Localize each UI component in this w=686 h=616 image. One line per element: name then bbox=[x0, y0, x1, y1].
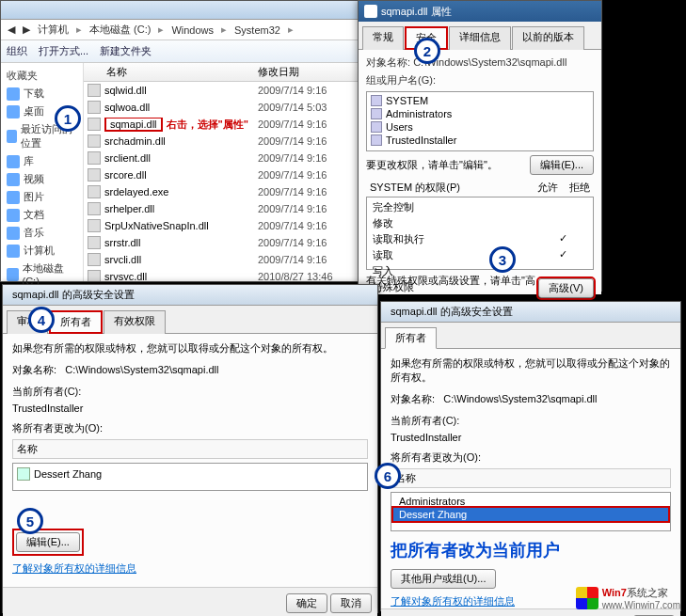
file-row[interactable]: srcore.dll2009/7/14 9:16 bbox=[84, 166, 361, 183]
nav-back-icon[interactable]: ◀ bbox=[5, 24, 18, 36]
file-list[interactable]: 名称 修改日期 sqlwid.dll2009/7/14 9:16sqlwoa.d… bbox=[84, 63, 361, 281]
group-icon bbox=[371, 134, 382, 146]
tab-owner[interactable]: 所有者 bbox=[49, 310, 103, 334]
dll-icon bbox=[88, 151, 101, 165]
owner-list[interactable]: Administrators Dessert Zhang bbox=[391, 492, 671, 531]
step-marker-2: 2 bbox=[414, 38, 440, 64]
permission-row[interactable]: 修改 bbox=[369, 215, 591, 231]
group-icon bbox=[371, 95, 382, 106]
owner-hint: 如果您有所需的权限或特权，您就可以取得或分配这个对象的所有权。 bbox=[12, 341, 368, 355]
explorer-titlebar[interactable] bbox=[1, 1, 361, 20]
file-list-header[interactable]: 名称 修改日期 bbox=[84, 63, 361, 82]
allow-label: 允许 bbox=[537, 182, 558, 193]
file-row[interactable]: srchadmin.dll2009/7/14 9:16 bbox=[84, 133, 361, 150]
folder-icon bbox=[7, 130, 17, 143]
dll-icon bbox=[88, 185, 101, 198]
current-owner-label: 当前所有者(C): bbox=[391, 414, 671, 428]
file-row[interactable]: sqlwoa.dll2009/7/14 5:03 bbox=[84, 99, 361, 116]
sidebar-item[interactable]: 库 bbox=[3, 152, 81, 170]
dll-icon bbox=[88, 219, 101, 232]
folder-icon bbox=[7, 227, 20, 240]
ok-button[interactable]: 确定 bbox=[286, 593, 327, 613]
file-row[interactable]: SrpUxNativeSnapIn.dll2009/7/14 9:16 bbox=[84, 217, 361, 234]
window-title: sqmapi.dll 属性 bbox=[381, 5, 452, 19]
step-marker-6: 6 bbox=[375, 463, 401, 489]
current-owner-label: 当前所有者(C): bbox=[12, 385, 368, 399]
col-name[interactable]: 名称 bbox=[84, 65, 258, 79]
owner-list[interactable]: Dessert Zhang bbox=[12, 463, 368, 491]
tab-general[interactable]: 常规 bbox=[362, 26, 404, 50]
new-folder-button[interactable]: 新建文件夹 bbox=[100, 44, 152, 58]
sidebar-item[interactable]: 计算机 bbox=[3, 242, 81, 260]
file-row[interactable]: sqmapi.dll右击，选择"属性"2009/7/14 9:16 bbox=[84, 116, 361, 133]
nav-fwd-icon[interactable]: ▶ bbox=[20, 24, 33, 36]
other-users-button[interactable]: 其他用户或组(U)... bbox=[391, 569, 496, 589]
learn-more-link[interactable]: 了解对象所有权的详细信息 bbox=[391, 595, 515, 607]
file-row[interactable]: sqlwid.dll2009/7/14 9:16 bbox=[84, 82, 361, 99]
name-column-header: 名称 bbox=[391, 468, 671, 488]
file-row[interactable]: srvcli.dll2009/7/14 9:16 bbox=[84, 251, 361, 268]
owner-item[interactable]: Dessert Zhang bbox=[15, 466, 365, 482]
advanced-button[interactable]: 高级(V) bbox=[538, 278, 594, 298]
tab-details[interactable]: 详细信息 bbox=[449, 26, 511, 50]
file-row[interactable]: srhelper.dll2009/7/14 9:16 bbox=[84, 200, 361, 217]
current-owner-value: TrustedInstaller bbox=[391, 432, 671, 443]
sidebar-item[interactable]: 音乐 bbox=[3, 224, 81, 242]
folder-icon bbox=[7, 173, 20, 186]
step-marker-3: 3 bbox=[489, 246, 516, 273]
object-name-label: 对象名称: bbox=[366, 56, 410, 68]
change-owner-label: 将所有者更改为(O): bbox=[391, 450, 671, 465]
perm-label: SYSTEM 的权限(P) bbox=[370, 181, 460, 195]
crumb[interactable]: 本地磁盘 (C:) bbox=[87, 23, 153, 37]
dll-icon bbox=[88, 236, 101, 249]
sidebar-item[interactable]: 文档 bbox=[3, 206, 81, 224]
learn-more-link[interactable]: 了解对象所有权的详细信息 bbox=[12, 562, 136, 574]
organize-menu[interactable]: 组织 bbox=[7, 44, 27, 58]
adv2-titlebar[interactable]: sqmapi.dll 的高级安全设置 bbox=[381, 302, 680, 323]
properties-titlebar[interactable]: sqmapi.dll 属性 bbox=[359, 1, 601, 22]
col-date[interactable]: 修改日期 bbox=[258, 65, 361, 79]
crumb[interactable]: 计算机 bbox=[35, 23, 72, 37]
crumb[interactable]: Windows bbox=[168, 24, 216, 36]
sidebar-item[interactable]: 图片 bbox=[3, 188, 81, 206]
tab-owner[interactable]: 所有者 bbox=[385, 327, 437, 349]
owner-item-user[interactable]: Dessert Zhang bbox=[393, 508, 668, 521]
edit-button[interactable]: 编辑(E)... bbox=[16, 532, 80, 552]
breadcrumb[interactable]: ◀ ▶ 计算机▸ 本地磁盘 (C:)▸ Windows▸ System32▸ bbox=[1, 20, 361, 40]
permissions-list[interactable]: 完全控制 修改 读取和执行✓ 读取✓ 写入 特殊权限 bbox=[366, 197, 594, 270]
file-row[interactable]: srdelayed.exe2009/7/14 9:16 bbox=[84, 183, 361, 200]
group-item[interactable]: Administrators bbox=[369, 107, 591, 120]
adv1-titlebar[interactable]: sqmapi.dll 的高级安全设置 bbox=[3, 285, 377, 306]
current-owner-value: TrustedInstaller bbox=[12, 403, 368, 414]
sidebar-item[interactable]: 下载 bbox=[3, 85, 81, 103]
group-icon bbox=[371, 108, 382, 119]
sidebar-item[interactable]: 视频 bbox=[3, 170, 81, 188]
permission-row[interactable]: 完全控制 bbox=[369, 199, 591, 215]
group-item[interactable]: Users bbox=[369, 120, 591, 134]
permission-row[interactable]: 读取和执行✓ bbox=[369, 231, 591, 247]
advanced-security-window-1: sqmapi.dll 的高级安全设置 审核 所有者 有效权限 如果您有所需的权限… bbox=[2, 284, 378, 613]
chevron-icon: ▸ bbox=[155, 24, 167, 36]
file-row[interactable]: srclient.dll2009/7/14 9:16 bbox=[84, 150, 361, 166]
folder-icon bbox=[7, 155, 20, 168]
cancel-button[interactable]: 取消 bbox=[330, 593, 372, 613]
group-item[interactable]: SYSTEM bbox=[369, 94, 591, 107]
folder-icon bbox=[7, 105, 20, 118]
permission-row[interactable]: 读取✓ bbox=[369, 247, 591, 263]
tab-previous[interactable]: 以前的版本 bbox=[512, 26, 584, 50]
step-marker-5: 5 bbox=[17, 508, 43, 534]
folder-icon bbox=[7, 268, 19, 281]
edit-button[interactable]: 编辑(E)... bbox=[530, 155, 594, 175]
tab-effective[interactable]: 有效权限 bbox=[104, 310, 166, 334]
group-item[interactable]: TrustedInstaller bbox=[369, 134, 591, 147]
file-row[interactable]: srvsvc.dll2010/8/27 13:46 bbox=[84, 268, 361, 281]
object-name-label: 对象名称: bbox=[12, 364, 56, 375]
crumb[interactable]: System32 bbox=[231, 24, 283, 36]
open-with-menu[interactable]: 打开方式... bbox=[39, 44, 88, 58]
file-row[interactable]: srrstr.dll2009/7/14 9:16 bbox=[84, 234, 361, 251]
groups-list[interactable]: SYSTEMAdministratorsUsersTrustedInstalle… bbox=[366, 91, 594, 151]
groups-label: 组或用户名(G): bbox=[366, 73, 594, 87]
explorer-toolbar: 组织 打开方式... 新建文件夹 bbox=[1, 40, 361, 63]
owner-item-admins[interactable]: Administrators bbox=[393, 495, 668, 508]
watermark: Win7系统之家 www.Winwin7.com bbox=[576, 586, 680, 610]
